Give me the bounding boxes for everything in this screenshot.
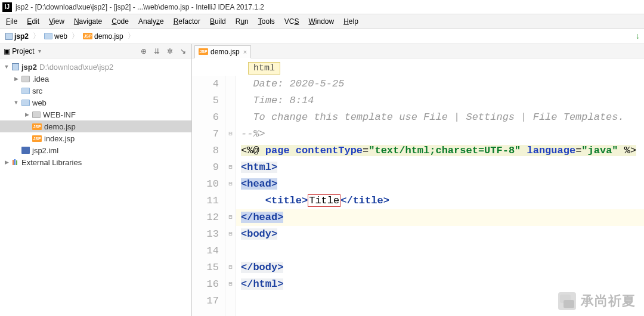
tree-node-external-libs[interactable]: ▶ External Libraries [0,156,191,168]
watermark-text: 承尚祈夏 [581,292,636,310]
menu-file[interactable]: File [2,16,21,27]
editor-area: JSP demo.jsp × html 45678910111213141516… [192,44,644,316]
breadcrumb-label: web [54,32,67,41]
library-icon [12,159,19,166]
jsp-icon: JSP [83,33,92,39]
breadcrumb-label: jsp2 [14,32,29,41]
breadcrumb-sep: 〉 [72,31,79,41]
menu-build[interactable]: Build [206,16,230,27]
menu-analyze[interactable]: Analyze [135,16,168,27]
module-icon [5,33,13,40]
editor-tabs: JSP demo.jsp × [192,44,644,58]
breadcrumb-sep: 〉 [128,31,135,41]
collapse-icon[interactable]: ⇊ [152,47,162,56]
menu-window[interactable]: Window [305,16,338,27]
close-icon[interactable]: × [243,48,247,55]
tree-node-webinf[interactable]: ▶ WEB-INF [0,109,191,120]
gutter: 4567891011121314151617 [192,76,225,316]
hide-icon[interactable]: ↘ [178,47,188,56]
breadcrumb-item-jsp2[interactable]: jsp2 [4,32,30,41]
main-split: ▣ Project ▾ ⊕ ⇊ ✲ ↘ ▼ jsp2 D:\download\x… [0,44,644,316]
breadcrumb-item-demo[interactable]: JSP demo.jsp [81,32,125,41]
svg-rect-0 [13,160,14,165]
tree-node-src[interactable]: ▶ src [0,85,191,97]
app-icon: IJ [2,2,12,12]
tree-node-idea[interactable]: ▶ .idea [0,73,191,85]
menu-help[interactable]: Help [340,16,362,27]
project-view-selector[interactable]: ▣ Project [4,47,35,55]
svg-rect-2 [16,160,17,165]
code-editor[interactable]: 4567891011121314151617 ⊟⊟⊟⊟⊟⊟⊟ Date: 202… [192,76,644,316]
jsp-icon: JSP [199,48,208,55]
nav-breadcrumb: jsp2 〉 web 〉 JSP demo.jsp 〉 ↓ [0,29,644,44]
menu-code[interactable]: Code [108,16,132,27]
tree-node-iml[interactable]: ▶ jsp2.iml [0,144,191,156]
gear-icon[interactable]: ✲ [165,47,175,56]
menu-navigate[interactable]: Navigate [70,16,106,27]
wechat-icon [558,292,576,310]
titlebar: IJ jsp2 - [D:\download\xue\jsp2] - [jsp2… [0,0,644,14]
project-tree[interactable]: ▼ jsp2 D:\download\xue\jsp2 ▶ .idea ▶ sr… [0,58,191,171]
download-indicator-icon: ↓ [636,31,643,41]
folder-icon [44,33,52,39]
menu-edit[interactable]: Edit [23,16,43,27]
window-title: jsp2 - [D:\download\xue\jsp2] - [jsp2] -… [16,3,264,11]
project-tool-window: ▣ Project ▾ ⊕ ⇊ ✲ ↘ ▼ jsp2 D:\download\x… [0,44,192,316]
folder-icon [21,100,30,106]
menu-view[interactable]: View [45,16,68,27]
dropdown-icon[interactable]: ▾ [38,48,41,54]
folder-icon [21,88,30,94]
jsp-icon: JSP [32,123,42,130]
tree-node-web[interactable]: ▼ web [0,97,191,109]
tree-node-root[interactable]: ▼ jsp2 D:\download\xue\jsp2 [0,61,191,73]
breadcrumb-item-web[interactable]: web [42,32,69,41]
editor-tab-demo[interactable]: JSP demo.jsp × [194,45,251,58]
module-icon [12,63,19,70]
jsp-icon: JSP [32,135,42,142]
menu-tools[interactable]: Tools [255,16,278,27]
folder-icon [32,111,41,118]
folder-icon [21,76,30,82]
editor-tab-label: demo.jsp [210,48,240,56]
menu-vcs[interactable]: VCS [281,16,303,27]
breadcrumb-sep: 〉 [33,31,40,41]
watermark: 承尚祈夏 [558,292,636,310]
code-lines[interactable]: Date: 2020-5-25 Time: 8:14 To change thi… [236,76,644,316]
fold-column[interactable]: ⊟⊟⊟⊟⊟⊟⊟ [225,76,236,316]
menubar: File Edit View Navigate Code Analyze Ref… [0,14,644,29]
svg-rect-1 [14,159,16,165]
menu-refactor[interactable]: Refactor [170,16,204,27]
tree-node-index-jsp[interactable]: ▶ JSP index.jsp [0,132,191,144]
iml-icon [21,147,30,154]
tree-node-demo-jsp[interactable]: ▶ JSP demo.jsp [0,120,191,132]
menu-run[interactable]: Run [232,16,252,27]
locate-icon[interactable]: ⊕ [139,47,148,56]
context-breadcrumb-badge[interactable]: html [248,62,280,75]
project-tool-header: ▣ Project ▾ ⊕ ⇊ ✲ ↘ [0,44,191,58]
breadcrumb-label: demo.jsp [94,32,123,41]
